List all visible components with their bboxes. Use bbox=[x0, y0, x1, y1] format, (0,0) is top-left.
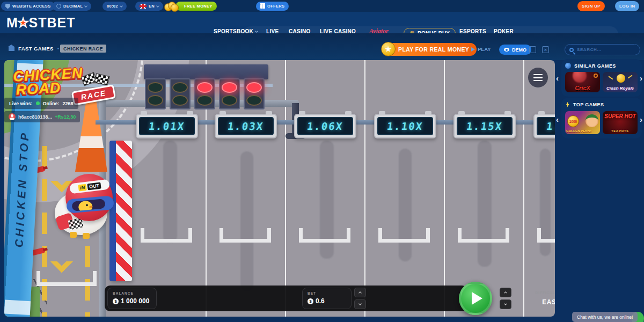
light-off bbox=[222, 95, 237, 106]
light-off bbox=[148, 95, 163, 106]
light-red-on bbox=[222, 82, 237, 93]
traffic-light bbox=[170, 78, 191, 109]
top-prev-chevron[interactable]: ‹ bbox=[556, 115, 559, 123]
star-icon: ★ bbox=[18, 16, 30, 30]
multiplier-sign: 1.06X bbox=[294, 114, 356, 138]
finish-slot-bracket bbox=[458, 228, 509, 243]
winner-amount: +Rs12,30 bbox=[55, 114, 76, 120]
avatar bbox=[9, 113, 16, 120]
breadcrumb-current: CHICKEN RACE bbox=[60, 45, 106, 53]
sign-up-label: SIGN UP bbox=[582, 4, 601, 9]
game-card-cricx[interactable]: CricX bbox=[565, 72, 600, 92]
breadcrumb-fast-games[interactable]: FAST GAMES bbox=[18, 46, 60, 52]
down-arrow-marking bbox=[50, 250, 73, 273]
difficulty-up-button[interactable] bbox=[500, 288, 511, 297]
top-utility-bar: WEBSITE ACCESS DECIMAL 00:02 EN FREE MON… bbox=[0, 0, 644, 12]
home-icon[interactable] bbox=[9, 47, 14, 51]
odds-format-icon bbox=[56, 4, 61, 9]
traffic-light bbox=[194, 78, 215, 109]
fullscreen-icon[interactable] bbox=[529, 46, 536, 53]
play-for-real-money-button[interactable]: ★ PLAY FOR REAL MONEY bbox=[382, 43, 477, 56]
light-red-on bbox=[246, 82, 262, 93]
finish-slot-bracket bbox=[141, 228, 192, 243]
game-card-golden-penny[interactable]: 1000 GOLDEN PENNY bbox=[565, 111, 600, 134]
banner-text: CHICKEN STOP bbox=[12, 130, 31, 247]
mostbet-logo[interactable]: M ★ STBET bbox=[6, 15, 75, 31]
tire-mark bbox=[240, 151, 253, 291]
multiplier-sign: 1.10X bbox=[374, 114, 436, 138]
multiplier-sign: 1.03X bbox=[215, 114, 277, 138]
chat-tooltip: Chat with us, we are online! bbox=[572, 312, 638, 322]
online-count: 2268 bbox=[63, 101, 74, 106]
chevron-down-icon bbox=[156, 4, 159, 8]
logo-letter-m: M bbox=[6, 15, 18, 31]
similar-next-chevron[interactable]: › bbox=[640, 74, 642, 82]
traffic-light bbox=[244, 78, 265, 109]
light-off bbox=[172, 95, 188, 106]
top-next-chevron[interactable]: › bbox=[640, 115, 642, 123]
website-access-button[interactable]: WEBSITE ACCESS bbox=[1, 2, 55, 11]
chick-face bbox=[78, 200, 93, 211]
similar-games-panel: SIMILAR GAMES CricX Crash Royale bbox=[561, 59, 642, 97]
close-icon[interactable]: × bbox=[542, 46, 549, 53]
finish-slot-bracket bbox=[378, 228, 430, 243]
online-dot-icon bbox=[36, 101, 40, 105]
game-menu-button[interactable] bbox=[528, 68, 548, 87]
gold-bomb-icon bbox=[617, 74, 625, 83]
bet-increase-button[interactable] bbox=[354, 288, 366, 297]
game-card-super-hot[interactable]: SUPER HOT TEAPOTS bbox=[603, 111, 638, 134]
leprechaun-icon bbox=[586, 114, 598, 127]
start-slot-bracket bbox=[36, 271, 97, 286]
gift-icon bbox=[260, 4, 265, 9]
main-nav: M ★ STBET SPORTSBOOK LIVE CASINO LIVE CA… bbox=[0, 12, 644, 33]
finish-slot-bracket bbox=[537, 228, 555, 243]
lane-line bbox=[364, 60, 365, 317]
play-triangle-icon bbox=[472, 292, 482, 305]
gold-star-coin-icon: ★ bbox=[381, 42, 396, 56]
winner-name: h6acc810138... bbox=[18, 114, 52, 120]
timezone-value: 00:02 bbox=[107, 4, 118, 9]
lightning-icon bbox=[565, 101, 570, 108]
log-in-label: LOG IN bbox=[619, 4, 635, 9]
tire-mark bbox=[478, 141, 492, 267]
search-input[interactable] bbox=[577, 47, 631, 52]
start-race-button[interactable] bbox=[459, 282, 492, 315]
sign-up-button[interactable]: SIGN UP bbox=[577, 1, 605, 11]
difficulty-down-button[interactable] bbox=[500, 299, 511, 309]
game-card-crash-royale[interactable]: Crash Royale bbox=[603, 72, 638, 92]
play-triangle-icon bbox=[471, 47, 475, 52]
live-wins-bar: Live wins: Online: 2268 bbox=[4, 98, 78, 109]
eye-icon bbox=[504, 48, 509, 52]
lane-line bbox=[523, 60, 524, 317]
demo-button[interactable]: DEMO bbox=[499, 45, 531, 55]
log-in-button[interactable]: LOG IN bbox=[615, 1, 639, 11]
odds-format-value: DECIMAL bbox=[63, 4, 83, 9]
gold-coins-icon bbox=[164, 1, 178, 11]
free-money-label: FREE MONEY bbox=[184, 4, 213, 9]
bet-decrease-button[interactable] bbox=[354, 299, 366, 309]
target-icon bbox=[594, 74, 598, 78]
tire-mark bbox=[163, 141, 177, 243]
chicken-foot bbox=[70, 232, 77, 238]
game-control-bar: BALANCE 1 000 000 BET 0.6 DIFFICULTY EAS… bbox=[105, 286, 467, 311]
play-button[interactable]: PLAY bbox=[471, 46, 491, 52]
balance-panel: BALANCE 1 000 000 bbox=[107, 288, 157, 309]
offers-button[interactable]: OFFERS bbox=[256, 2, 289, 11]
mostbet-page: WEBSITE ACCESS DECIMAL 00:02 EN FREE MON… bbox=[0, 0, 644, 322]
traffic-light bbox=[219, 78, 240, 109]
language-dropdown[interactable]: EN bbox=[135, 2, 163, 11]
timezone-dropdown[interactable]: 00:02 bbox=[103, 2, 127, 11]
light-off bbox=[246, 95, 262, 106]
lane-line bbox=[444, 60, 445, 317]
free-money-button[interactable]: FREE MONEY bbox=[175, 2, 217, 11]
bet-value: 0.6 bbox=[316, 297, 325, 305]
bet-panel[interactable]: BET 0.6 bbox=[302, 288, 352, 309]
chicken-foot bbox=[83, 233, 90, 239]
odds-format-dropdown[interactable]: DECIMAL bbox=[52, 2, 91, 11]
offers-label: OFFERS bbox=[267, 4, 284, 9]
similar-prev-chevron[interactable]: ‹ bbox=[556, 74, 559, 82]
multiplier-sign: 1.15X bbox=[453, 114, 516, 138]
chevron-down-icon bbox=[120, 4, 123, 8]
search-bar[interactable] bbox=[565, 44, 640, 55]
uk-flag-icon bbox=[140, 4, 147, 9]
